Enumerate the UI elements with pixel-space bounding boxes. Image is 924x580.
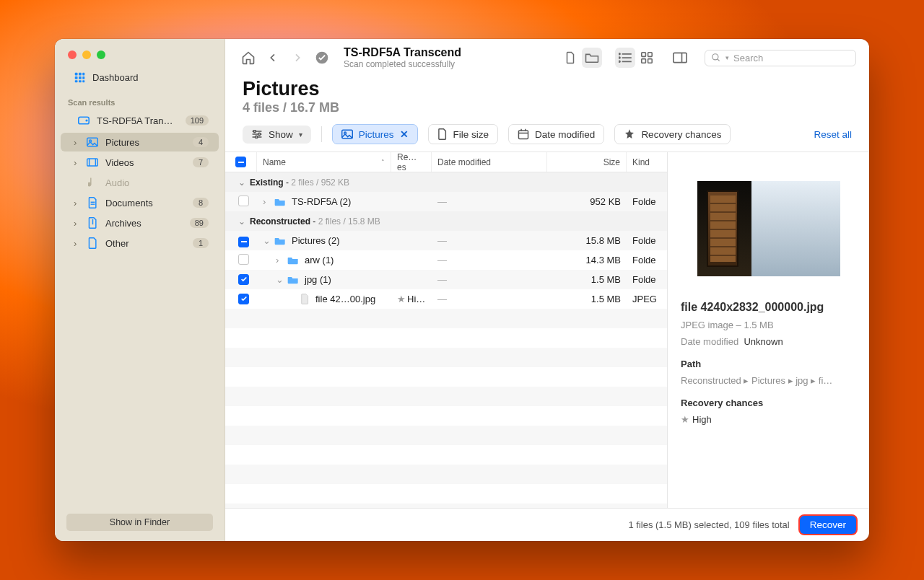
preview-file-button[interactable] xyxy=(560,48,580,68)
main: TS-RDF5A Transcend Scan completed succes… xyxy=(225,39,869,541)
grid-view-button[interactable] xyxy=(637,48,657,68)
details-filename: file 4240x2832_000000.jpg xyxy=(681,301,856,314)
sidebar-drive[interactable]: TS-RDF5A Transc… 109 xyxy=(65,111,219,130)
row-date: — xyxy=(437,294,447,304)
svg-rect-27 xyxy=(648,53,653,57)
search-field[interactable]: ▾ Search xyxy=(705,50,856,66)
sidebar-drive-label: TS-RDF5A Transc… xyxy=(97,115,176,126)
row-checkbox[interactable] xyxy=(238,274,249,285)
chevron-right-icon[interactable]: › xyxy=(276,255,284,265)
pictures-icon xyxy=(341,129,353,139)
svg-point-25 xyxy=(619,61,620,62)
row-checkbox[interactable] xyxy=(238,254,249,265)
row-name: file 42…00.jpg xyxy=(315,294,375,304)
row-kind: Folde xyxy=(632,235,656,246)
sidebar-dashboard[interactable]: Dashboard xyxy=(61,68,219,87)
show-in-finder-button[interactable]: Show in Finder xyxy=(66,514,213,531)
other-icon xyxy=(87,237,98,249)
sidebar-item-documents[interactable]: ›Documents8 xyxy=(61,193,219,212)
sidebar-item-label: Pictures xyxy=(105,137,139,148)
chevron-down-icon[interactable]: ⌄ xyxy=(263,235,271,246)
details-rc-label: Recovery chances xyxy=(681,397,856,408)
row-checkbox[interactable] xyxy=(238,237,249,247)
row-date: — xyxy=(437,235,447,246)
table-row[interactable]: ⌄jpg (1)—1.5 MBFolde xyxy=(225,270,667,289)
svg-rect-2 xyxy=(82,72,84,75)
sidebar-item-other[interactable]: ›Other1 xyxy=(61,234,219,252)
svg-point-32 xyxy=(712,54,718,60)
row-kind: Folde xyxy=(632,274,656,285)
folder-icon xyxy=(274,198,286,206)
svg-rect-30 xyxy=(674,53,687,62)
forward-button[interactable] xyxy=(287,48,308,68)
column-recovery[interactable]: Re…es xyxy=(391,152,432,172)
zoom-window-button[interactable] xyxy=(97,50,105,59)
folder-icon xyxy=(287,256,299,265)
column-name[interactable]: Name˄ xyxy=(257,152,391,172)
svg-rect-8 xyxy=(82,80,84,82)
details-path-label: Path xyxy=(681,359,856,369)
table-row[interactable]: ›file 42…00.jpg★Hi…—1.5 MBJPEG xyxy=(225,289,667,309)
sidebar-item-videos[interactable]: ›Videos7 xyxy=(61,153,219,172)
group-label: Existing - 2 files / 952 KB xyxy=(250,177,349,188)
column-kind[interactable]: Kind xyxy=(627,152,667,172)
column-date[interactable]: Date modified xyxy=(432,152,547,172)
svg-line-33 xyxy=(718,59,720,61)
sidebar-item-audio: ›Audio xyxy=(61,173,219,192)
sidebar-item-badge: 7 xyxy=(193,157,209,167)
svg-point-23 xyxy=(619,53,620,55)
chevron-right-icon[interactable]: › xyxy=(263,196,271,207)
header-checkbox[interactable] xyxy=(225,152,257,172)
videos-icon xyxy=(87,157,98,168)
sidebar-item-label: Videos xyxy=(105,157,134,168)
details-path-value: Reconstructed ▸ Pictures ▸ jpg ▸ fi… xyxy=(681,375,856,386)
svg-point-38 xyxy=(258,133,261,135)
remove-filter-icon[interactable]: ✕ xyxy=(400,128,409,140)
group-header[interactable]: ⌄Existing - 2 files / 952 KB xyxy=(225,172,667,192)
chevron-down-icon: ⌄ xyxy=(238,216,245,227)
sidebar-section-header: Scan results xyxy=(55,88,225,110)
chevron-right-icon: › xyxy=(74,198,81,208)
chevron-down-icon[interactable]: ⌄ xyxy=(276,274,284,285)
preview-folder-button[interactable] xyxy=(582,48,602,68)
pictures-icon xyxy=(87,136,98,148)
row-checkbox[interactable] xyxy=(238,294,249,304)
drive-icon xyxy=(78,115,90,126)
column-size[interactable]: Size xyxy=(547,152,627,172)
toggle-panel-button[interactable] xyxy=(670,48,690,68)
details-date-value: Unknown xyxy=(744,336,783,347)
details-date-label: Date modified xyxy=(681,336,738,347)
table-row[interactable]: ›arw (1)—14.3 MBFolde xyxy=(225,250,667,270)
row-recovery: Hi… xyxy=(407,294,425,304)
sidebar-item-label: Archives xyxy=(105,218,141,229)
recover-button[interactable]: Recover xyxy=(800,516,856,534)
sidebar-item-badge: 89 xyxy=(190,218,209,228)
row-checkbox[interactable] xyxy=(238,195,249,206)
row-name: jpg (1) xyxy=(305,274,331,285)
sidebar-item-archives[interactable]: ›Archives89 xyxy=(61,214,219,232)
svg-rect-29 xyxy=(648,59,653,63)
list-view-button[interactable] xyxy=(615,48,635,68)
home-button[interactable] xyxy=(238,48,258,68)
filter-filesize[interactable]: File size xyxy=(428,124,499,144)
chevron-right-icon: › xyxy=(74,238,81,249)
archives-icon xyxy=(87,217,98,229)
sidebar-item-label: Other xyxy=(105,238,129,249)
reset-all-button[interactable]: Reset all xyxy=(814,129,852,140)
filter-pictures-chip[interactable]: Pictures ✕ xyxy=(332,124,418,144)
sidebar-item-pictures[interactable]: ›Pictures4 xyxy=(61,133,219,151)
close-window-button[interactable] xyxy=(68,50,77,59)
filter-filesize-label: File size xyxy=(453,129,489,140)
table-row[interactable]: ›TS-RDF5A (2)—952 KBFolde xyxy=(225,192,667,211)
back-button[interactable] xyxy=(263,48,283,68)
dashboard-icon xyxy=(74,71,85,83)
filter-recovery[interactable]: Recovery chances xyxy=(614,124,731,144)
minimize-window-button[interactable] xyxy=(82,50,91,59)
group-header[interactable]: ⌄Reconstructed - 2 files / 15.8 MB xyxy=(225,211,667,231)
table-row[interactable]: ⌄Pictures (2)—15.8 MBFolde xyxy=(225,231,667,250)
filter-date[interactable]: Date modified xyxy=(508,124,604,144)
row-date: — xyxy=(437,196,447,207)
details-rc-value: ★High xyxy=(681,414,856,425)
show-menu[interactable]: Show ▾ xyxy=(243,126,311,144)
svg-point-39 xyxy=(256,136,258,138)
